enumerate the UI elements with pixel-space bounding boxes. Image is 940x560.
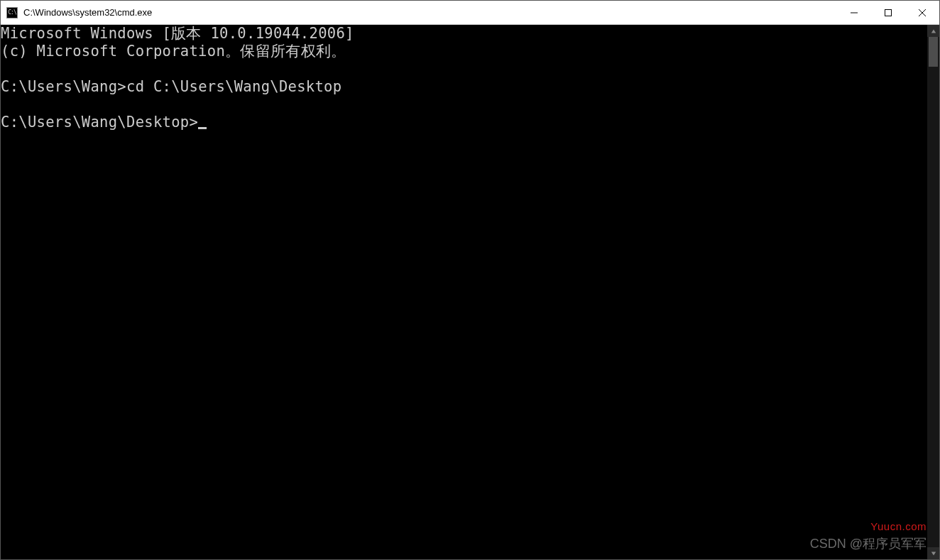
window-title: C:\Windows\system32\cmd.exe <box>23 7 152 18</box>
maximize-icon <box>885 9 892 16</box>
scrollbar-thumb[interactable] <box>929 37 938 67</box>
client-area: Microsoft Windows [版本 10.0.19044.2006] (… <box>1 25 939 559</box>
chevron-up-icon <box>931 28 936 34</box>
cmd-window: C:\ C:\Windows\system32\cmd.exe Microsof… <box>0 0 940 560</box>
window-controls <box>837 1 939 24</box>
titlebar-left: C:\ C:\Windows\system32\cmd.exe <box>1 7 152 18</box>
banner-line-2: (c) Microsoft Corporation。保留所有权利。 <box>1 43 346 60</box>
cursor <box>198 127 207 129</box>
svg-marker-5 <box>931 551 935 555</box>
watermark-site: Yuucn.com <box>870 520 927 532</box>
watermark-csdn: CSDN @程序员军军 <box>810 535 927 552</box>
maximize-button[interactable] <box>871 1 905 24</box>
banner-line-1: Microsoft Windows [版本 10.0.19044.2006] <box>1 25 354 42</box>
svg-marker-4 <box>931 29 935 33</box>
command-1: cd C:\Users\Wang\Desktop <box>126 78 341 95</box>
cmd-icon: C:\ <box>6 7 18 18</box>
terminal-output[interactable]: Microsoft Windows [版本 10.0.19044.2006] (… <box>1 25 927 559</box>
close-button[interactable] <box>905 1 939 24</box>
scroll-down-button[interactable] <box>927 547 939 559</box>
scrollbar-track[interactable] <box>927 37 939 547</box>
svg-rect-1 <box>885 9 892 16</box>
prompt-1: C:\Users\Wang> <box>1 78 126 95</box>
minimize-button[interactable] <box>837 1 871 24</box>
titlebar[interactable]: C:\ C:\Windows\system32\cmd.exe <box>1 1 939 25</box>
chevron-down-icon <box>931 551 936 556</box>
scroll-up-button[interactable] <box>927 25 939 37</box>
vertical-scrollbar[interactable] <box>927 25 939 559</box>
prompt-2: C:\Users\Wang\Desktop> <box>1 114 198 131</box>
close-icon <box>919 9 926 16</box>
minimize-icon <box>851 9 858 16</box>
